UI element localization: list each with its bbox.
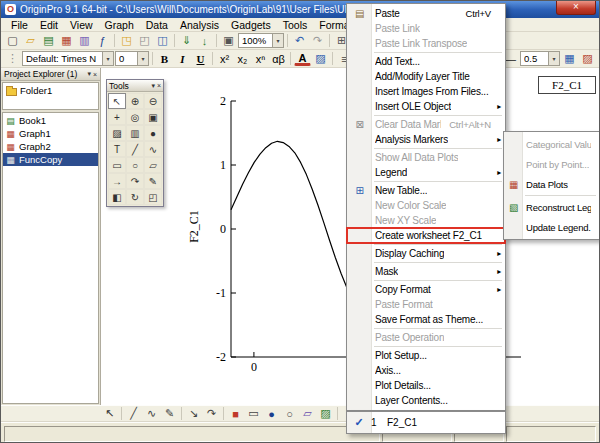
open-template-icon[interactable]: ◰ [136,33,153,49]
font-name-select[interactable]: Default: Times N▾ [22,51,114,66]
menu-item-paste-operation[interactable]: Paste Operation [347,330,505,345]
menu-item-paste-link[interactable]: Paste Link [347,21,505,36]
undo-icon[interactable]: ↶ [291,33,308,49]
region-tool-icon[interactable]: ▨ [317,406,334,422]
menu-item-new-xy-scale[interactable]: New XY Scale [347,213,505,228]
menu-tools[interactable]: Tools [277,19,314,31]
new-workbook-icon[interactable]: ▤ [40,33,57,49]
close-panel-icon[interactable]: × [93,71,97,78]
menu-item-new-table[interactable]: ⊞New Table... [347,183,505,198]
selection-on-active-plot-tool[interactable]: ▨ [108,125,126,141]
freehand-tool-icon[interactable]: ✎ [161,406,178,422]
graph-legend[interactable]: F2_C1 [538,76,596,94]
save-project-icon[interactable]: ◫ [154,33,171,49]
menu-item-paste[interactable]: ▤PasteCtrl+V [347,6,505,21]
new-project-icon[interactable]: ▢ [4,33,21,49]
region-mask-tool[interactable]: ◰ [144,189,162,205]
project-item-funccopy[interactable]: ▦FuncCopy [3,153,98,166]
close-palette-icon[interactable]: × [157,82,161,89]
menu-item-show-all-data-plots[interactable]: Show All Data Plots [347,150,505,165]
underline-button[interactable]: U [192,51,209,67]
screen-reader-tool[interactable]: + [108,109,126,125]
new-folder-icon[interactable]: ▱ [22,33,39,49]
rotate-tool[interactable]: ↻ [126,189,144,205]
text-tool[interactable]: T [108,141,126,157]
supersubscript-button[interactable]: xⁿ [252,51,269,67]
menu-item-create-worksheet-f2-c1[interactable]: Create worksheet F2_C1 [347,228,505,243]
menu-item-analysis-markers[interactable]: Analysis Markers▸ [347,132,505,147]
menu-item-plot-details[interactable]: Plot Details... [347,378,505,393]
menu-item-clear-data-markers[interactable]: ⊠Clear Data MarkersCtrl+Alt+N [347,117,505,132]
polygon-tool[interactable]: ▱ [144,157,162,173]
menu-item-insert-ole-object[interactable]: Insert OLE Object▸ [347,99,505,114]
line-width-select[interactable]: 0.5▾ [520,51,560,66]
curved-arrow-tool-icon[interactable]: ↷ [203,406,220,422]
project-item-graph2[interactable]: ▦Graph2 [3,140,98,153]
menu-item-plot-setup[interactable]: Plot Setup... [347,348,505,363]
menu-item-layer-contents[interactable]: Layer Contents... [347,393,505,408]
menu-item-paste-link-transpose[interactable]: Paste Link Transpose [347,36,505,51]
collapse-icon[interactable]: ▾ [87,70,91,78]
project-item-book1[interactable]: ▤Book1 [3,114,98,127]
freehand-draw-tool[interactable]: ✎ [144,173,162,189]
folder-item-folder1[interactable]: Folder1 [4,84,97,97]
menu-item-update-legend[interactable]: Update Legend... [504,217,599,237]
line-tool[interactable]: ╱ [126,141,144,157]
mask-range-tool[interactable]: ▥ [126,125,144,141]
plotted-datasets-item[interactable]: ✓ 1 F2_C1 [346,411,506,434]
menu-gadgets[interactable]: Gadgets [225,19,277,31]
polyline-tool[interactable]: ∿ [144,141,162,157]
menu-item-axis[interactable]: Axis... [347,363,505,378]
zoom-in-tool[interactable]: ⊕ [126,93,144,109]
menu-item-mask[interactable]: Mask▸ [347,264,505,279]
rectangle-tool-icon[interactable]: ■ [227,406,244,422]
rectangle-tool[interactable]: ▭ [108,157,126,173]
import-single-ascii-icon[interactable]: ↓ [196,33,213,49]
import-wizard-icon[interactable]: ⇓ [178,33,195,49]
new-graph-icon[interactable]: ▦ [58,33,75,49]
style-brush-icon[interactable]: ▨ [312,51,329,67]
menu-item-paste-format[interactable]: Paste Format [347,297,505,312]
zoom-level-select[interactable]: 100%▾ [238,33,284,48]
zoom-out-tool[interactable]: ⊖ [144,93,162,109]
pointer-tool[interactable]: ↖ [108,93,126,109]
menu-item-data-plots[interactable]: ▦Data Plots [504,174,599,194]
project-item-graph1[interactable]: ▦Graph1 [3,127,98,140]
menu-item-reconstruct-legend[interactable]: ▧Reconstruct Legend [504,197,599,217]
menu-item-point-by-point[interactable]: Point by Point... [504,154,599,174]
menu-edit[interactable]: Edit [34,19,64,31]
menu-item-display-caching[interactable]: Display Caching▸ [347,246,505,261]
font-color-button[interactable]: A [294,51,311,66]
menu-item-add-modify-layer-title[interactable]: Add/Modify Layer Title [347,69,505,84]
menu-item-new-color-scale[interactable]: New Color Scale [347,198,505,213]
new-function-plot-icon[interactable]: ƒ [94,33,111,49]
rectangle-mask-tool[interactable]: ◧ [108,189,126,205]
open-icon[interactable]: ◳ [118,33,135,49]
line-tool-icon[interactable]: ╱ [125,406,142,422]
subscript-button[interactable]: x₂ [234,51,251,67]
menu-graph[interactable]: Graph [99,19,140,31]
menu-analysis[interactable]: Analysis [174,19,225,31]
circle-tool[interactable]: ○ [126,157,144,173]
data-reader-tool[interactable]: ◎ [126,109,144,125]
collapse-icon[interactable]: ▾ [151,82,155,90]
greek-button[interactable]: αβ [270,51,287,67]
menu-item-save-format-as-theme[interactable]: Save Format as Theme... [347,312,505,327]
ellipse-tool-icon[interactable]: ○ [281,406,298,422]
menu-item-insert-images-from-files[interactable]: Insert Images From Files... [347,84,505,99]
italic-button[interactable]: I [174,51,191,67]
menu-item-copy-format[interactable]: Copy Format▸ [347,282,505,297]
curved-arrow-tool[interactable]: ↷ [126,173,144,189]
rounded-rectangle-tool-icon[interactable]: ▭ [245,406,262,422]
menu-item-legend[interactable]: Legend▸ [347,165,505,180]
annotation-handle-icon[interactable]: ⋮ [4,51,21,67]
redo-icon[interactable]: ↷ [309,33,326,49]
menu-file[interactable]: File [5,19,34,31]
menu-item-categorical-values[interactable]: Categorical Values [504,134,599,154]
pointer-tool-icon[interactable]: ↖ [101,406,118,422]
arrow-tool-icon[interactable]: ↘ [185,406,202,422]
fill-color-icon[interactable]: ▨ [579,51,596,67]
menu-item-add-text[interactable]: Add Text... [347,54,505,69]
polygon-tool-icon[interactable]: ▱ [299,406,316,422]
border-color-icon[interactable]: ▦ [561,51,578,67]
